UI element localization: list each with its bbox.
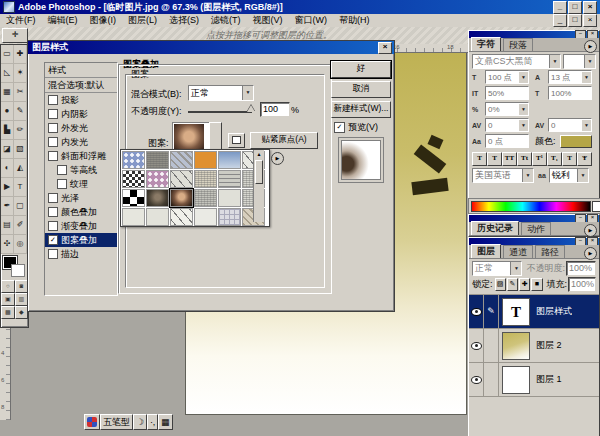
type-tool[interactable]: T (14, 178, 27, 197)
tab-channels[interactable]: 通道 (503, 245, 533, 258)
font-style-select[interactable]: ▼ (563, 54, 596, 69)
chevron-down-icon[interactable]: ▼ (577, 169, 588, 182)
pattern-swatch[interactable] (194, 151, 217, 169)
pattern-swatch[interactable] (170, 189, 193, 207)
pattern-swatch[interactable] (122, 151, 145, 169)
checkbox-icon[interactable] (57, 165, 67, 175)
pattern-swatch[interactable] (170, 151, 193, 169)
ime-fullhalf-button[interactable]: ☽ (133, 414, 147, 430)
checkbox-icon[interactable]: ✓ (48, 235, 58, 245)
text-style-button[interactable]: Ŧ (577, 152, 592, 166)
new-pattern-preset-button[interactable] (228, 133, 245, 148)
scrollbar-thumb[interactable] (255, 160, 263, 184)
char-value-field[interactable]: 0▼ (548, 118, 592, 132)
lock-transparency-icon[interactable]: ▨ (495, 278, 506, 291)
blending-options-item[interactable]: 混合选项:默认 (45, 78, 117, 93)
menu-item[interactable]: 图像(I) (84, 14, 123, 27)
ime-punctuation-button[interactable]: ·‚ (147, 414, 158, 430)
text-color-swatch[interactable] (560, 135, 592, 148)
doc-close-button[interactable]: × (583, 14, 597, 27)
blur-tool[interactable]: ◐ (1, 159, 14, 178)
layer-blend-mode-select[interactable]: 正常 ▼ (472, 261, 522, 276)
pen-tool[interactable]: ✒ (1, 197, 14, 216)
anti-alias-select[interactable]: 锐利 ▼ (549, 168, 589, 183)
quick-mask-button[interactable]: ◙ (15, 280, 29, 293)
opacity-input[interactable]: 100 (260, 102, 290, 117)
dialog-titlebar[interactable]: 图层样式 × (28, 41, 394, 54)
chevron-down-icon[interactable]: ▼ (519, 120, 528, 131)
style-item[interactable]: 外发光 (45, 121, 117, 135)
style-item[interactable]: 投影 (45, 93, 117, 107)
pattern-swatch[interactable] (146, 208, 169, 226)
gradient-tool[interactable]: ▧ (14, 140, 27, 159)
pattern-swatch[interactable] (218, 189, 241, 207)
checkbox-icon[interactable] (48, 151, 58, 161)
menu-item[interactable]: 图层(L) (122, 14, 163, 27)
notes-tool[interactable]: ▤ (1, 216, 14, 235)
layer-thumbnail[interactable]: T (502, 298, 530, 326)
pattern-swatch[interactable] (194, 189, 217, 207)
tab-layers[interactable]: 图层 (471, 244, 501, 258)
layer-row[interactable]: ✎T图层样式 (469, 295, 599, 329)
menu-item[interactable]: 窗口(W) (289, 14, 334, 27)
doc-restore-button[interactable]: □ (568, 14, 582, 27)
magic-wand-tool[interactable]: ✶ (14, 64, 27, 83)
pattern-swatch[interactable] (122, 170, 145, 188)
slice-tool[interactable]: ✂ (14, 83, 27, 102)
char-value-field[interactable]: 0▼ (485, 118, 529, 132)
char-value-field[interactable]: 0%▼ (485, 102, 529, 116)
brush-tool[interactable]: ✎ (14, 102, 27, 121)
crop-tool[interactable]: ▦ (1, 83, 14, 102)
style-item[interactable]: ✓图案叠加 (45, 233, 117, 247)
eyedropper-tool[interactable]: ✐ (14, 216, 27, 235)
pattern-swatch[interactable] (146, 189, 169, 207)
chevron-down-icon[interactable]: ▼ (519, 104, 528, 115)
ok-button[interactable]: 好 (331, 61, 391, 78)
checkbox-icon[interactable] (48, 249, 58, 259)
visibility-toggle[interactable] (469, 295, 484, 328)
palette-menu-arrow-icon[interactable]: ▶ (584, 40, 597, 53)
text-style-button[interactable]: T (472, 152, 487, 166)
style-item[interactable]: 渐变叠加 (45, 219, 117, 233)
char-value-field[interactable]: 100% (548, 86, 592, 100)
pattern-picker-scrollbar[interactable]: ▲ (253, 150, 264, 222)
text-style-button[interactable]: Tt (517, 152, 532, 166)
chevron-down-icon[interactable]: ▼ (582, 120, 591, 131)
text-style-button[interactable]: T₁ (547, 152, 562, 166)
layer-thumbnail[interactable] (502, 366, 530, 394)
ime-method-button[interactable]: 五笔型 (100, 414, 133, 430)
ime-keyboard-button[interactable]: ▦ (158, 414, 173, 430)
layer-row[interactable]: 图层 1 (469, 363, 599, 397)
menu-item[interactable]: 编辑(E) (42, 14, 84, 27)
restore-button[interactable]: □ (568, 1, 582, 14)
lock-position-icon[interactable]: ✚ (519, 278, 530, 291)
color-spectrum-bar[interactable] (471, 201, 591, 212)
hand-tool[interactable]: ✣ (1, 235, 14, 254)
cancel-button[interactable]: 取消 (331, 81, 391, 98)
pattern-swatch[interactable] (218, 170, 241, 188)
lock-image-icon[interactable]: ✎ (507, 278, 518, 291)
pattern-swatch[interactable] (218, 208, 241, 226)
checkbox-icon[interactable] (48, 109, 58, 119)
checkbox-icon[interactable] (48, 207, 58, 217)
styles-header[interactable]: 样式 (45, 63, 117, 78)
char-value-field[interactable]: 50% (485, 86, 529, 100)
move-tool[interactable]: ✚ (14, 45, 27, 64)
minimize-button[interactable]: _ (553, 1, 567, 14)
preview-checkbox[interactable]: ✓ (334, 122, 345, 133)
picker-menu-arrow-icon[interactable]: ▶ (271, 152, 284, 165)
scroll-up-icon[interactable]: ▲ (254, 150, 264, 159)
healing-brush-tool[interactable]: ● (1, 102, 14, 121)
style-item[interactable]: 光泽 (45, 191, 117, 205)
tab-history[interactable]: 历史记录 (471, 221, 519, 235)
checkbox-icon[interactable] (48, 123, 58, 133)
style-item[interactable]: 斜面和浮雕 (45, 149, 117, 163)
layer-fill-input[interactable]: 100% (568, 277, 596, 292)
language-select[interactable]: 美国英语 ▼ (472, 168, 534, 183)
zoom-tool[interactable]: ◎ (14, 235, 27, 254)
chevron-down-icon[interactable]: ▼ (584, 55, 595, 68)
text-style-button[interactable]: T (562, 152, 577, 166)
white-swatch[interactable] (592, 201, 600, 212)
menu-item[interactable]: 文件(F) (0, 14, 42, 27)
pattern-swatch[interactable] (146, 170, 169, 188)
